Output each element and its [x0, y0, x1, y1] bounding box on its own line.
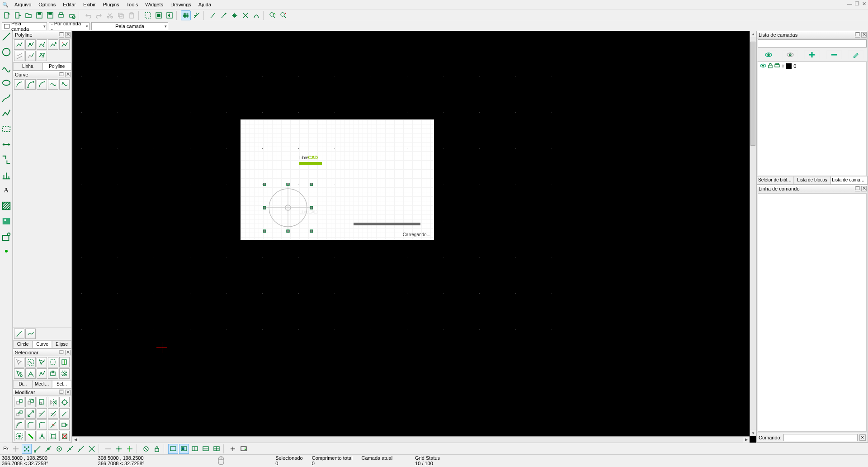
polyline-btn-2[interactable] [25, 39, 36, 50]
lock-relative-zero-button[interactable] [152, 444, 162, 454]
restrict-orthogonal-button[interactable] [114, 444, 124, 454]
order-top-button[interactable] [241, 10, 250, 20]
select-tool[interactable] [1, 124, 11, 134]
dock-float-icon[interactable]: ❐ [59, 72, 64, 77]
polyline-btn-1[interactable] [14, 39, 24, 50]
view-button-3[interactable] [190, 444, 200, 454]
dock-close-icon[interactable]: ✕ [861, 186, 867, 191]
order-bottom-button[interactable] [251, 10, 261, 20]
tab-medida[interactable]: Medida... [33, 380, 52, 388]
view-button-5[interactable] [212, 444, 222, 454]
menu-editar[interactable]: Editar [59, 1, 80, 8]
print-button[interactable] [56, 10, 66, 20]
dock-float-icon[interactable]: ❐ [855, 186, 860, 191]
search-icon[interactable]: 🔍 [2, 1, 9, 8]
relative-zero-button[interactable] [141, 444, 151, 454]
draft-mode-button[interactable] [192, 10, 202, 20]
mod-offset[interactable] [14, 419, 24, 430]
vertical-scrollbar[interactable]: ▲▼ [750, 31, 756, 436]
mod-bevel[interactable] [25, 419, 36, 430]
arc-btn-2[interactable] [25, 79, 36, 90]
tab-blocks[interactable]: Lista de blocos [794, 176, 831, 184]
polyline-btn-8[interactable] [37, 51, 47, 61]
horizontal-scrollbar[interactable]: ◀▶ [72, 436, 750, 443]
view-button-4[interactable] [201, 444, 211, 454]
sel-btn-4[interactable] [48, 357, 58, 367]
menu-tools[interactable]: Tools [123, 1, 142, 8]
layer-hideall-button[interactable] [783, 50, 798, 59]
open-button[interactable] [24, 10, 33, 20]
layer-add-button[interactable] [804, 50, 820, 59]
menu-plugins[interactable]: Plugins [99, 1, 123, 8]
mod-trim2[interactable] [48, 408, 58, 419]
restrict-horizontal-button[interactable] [125, 444, 135, 454]
layer-list[interactable]: # 0 [758, 62, 867, 176]
layer-construction-icon[interactable]: # [782, 63, 784, 69]
save-as-button[interactable] [45, 10, 55, 20]
layer-print-icon[interactable] [774, 63, 780, 69]
tab-layers[interactable]: Lista de camadas [830, 176, 868, 184]
mod-divide[interactable] [48, 419, 58, 430]
snap-intersection-button[interactable] [87, 444, 97, 454]
layer-color-swatch[interactable] [786, 63, 792, 69]
layer-row[interactable]: # 0 [758, 62, 866, 70]
mod-rotate2[interactable] [14, 408, 24, 419]
polyline-btn-5[interactable] [59, 39, 70, 50]
sel-btn-7[interactable] [25, 368, 36, 379]
layer-dock-title[interactable]: Lista de camadas❐✕ [757, 31, 868, 38]
layer-filter-input[interactable] [758, 39, 867, 48]
circle-tool[interactable] [1, 47, 11, 57]
undo-button[interactable] [83, 10, 93, 20]
menu-exibir[interactable]: Exibir [80, 1, 99, 8]
color-combo[interactable]: Pela camada [2, 22, 47, 30]
info-tool[interactable] [1, 170, 11, 180]
dock-close-icon[interactable]: ✕ [861, 32, 867, 38]
tab-di[interactable]: Di... [13, 380, 33, 388]
polyline-btn-6[interactable] [14, 51, 24, 61]
polyline-dock-title[interactable]: Polyline❐✕ [13, 31, 71, 38]
zoom-auto-button[interactable] [154, 10, 164, 20]
sel-btn-6[interactable] [14, 368, 24, 379]
menu-options[interactable]: Options [35, 1, 59, 8]
copy-button[interactable] [116, 10, 126, 20]
redo-button[interactable] [94, 10, 104, 20]
zoom-window-button[interactable] [143, 10, 153, 20]
dock-close-icon[interactable]: ✕ [65, 350, 71, 355]
snap-center-button[interactable] [54, 444, 64, 454]
sel-btn-5[interactable] [59, 357, 70, 367]
arc-btn-3[interactable] [37, 79, 47, 90]
polyline-btn-3[interactable] [37, 39, 47, 50]
curve-dock-title[interactable]: Curve❐✕ [13, 71, 71, 78]
curve-tool[interactable] [1, 62, 11, 72]
layer-visible-icon[interactable] [760, 63, 766, 69]
menu-arquivo[interactable]: Arquivo [11, 1, 35, 8]
unselect-button[interactable] [268, 10, 278, 20]
cut-button[interactable] [105, 10, 115, 20]
dock-float-icon[interactable]: ❐ [855, 32, 860, 38]
close-icon[interactable]: ✕ [862, 1, 866, 7]
new-button[interactable] [2, 10, 12, 20]
ellipse-tool[interactable] [1, 78, 11, 88]
dock-float-icon[interactable]: ❐ [59, 350, 64, 355]
view-button-1[interactable] [168, 444, 178, 454]
sel-btn-3[interactable] [37, 357, 47, 367]
menu-drawings[interactable]: Drawings [167, 1, 195, 8]
print-preview-button[interactable] [67, 10, 77, 20]
mod-mirror[interactable] [48, 397, 58, 407]
hatch-tool[interactable] [1, 201, 11, 211]
edit-paste-button[interactable] [230, 10, 240, 20]
edit-copy-button[interactable] [219, 10, 229, 20]
mod-attributes[interactable] [25, 431, 36, 441]
tab-polyline[interactable]: Polyline [42, 62, 72, 70]
edit-cut-button[interactable] [208, 10, 218, 20]
polyline-btn-4[interactable] [48, 39, 58, 50]
sel-btn-1[interactable] [14, 357, 24, 367]
dock-float-icon[interactable]: ❐ [59, 390, 64, 395]
command-clear-button[interactable]: ✕ [859, 434, 866, 441]
command-input[interactable] [783, 434, 858, 441]
polyline-btn-7[interactable] [25, 51, 36, 61]
zoom-previous-button[interactable] [165, 10, 175, 20]
text-tool[interactable]: A [1, 186, 11, 195]
new-from-template-button[interactable] [13, 10, 23, 20]
command-dock-title[interactable]: Linha de comando❐✕ [757, 185, 868, 192]
